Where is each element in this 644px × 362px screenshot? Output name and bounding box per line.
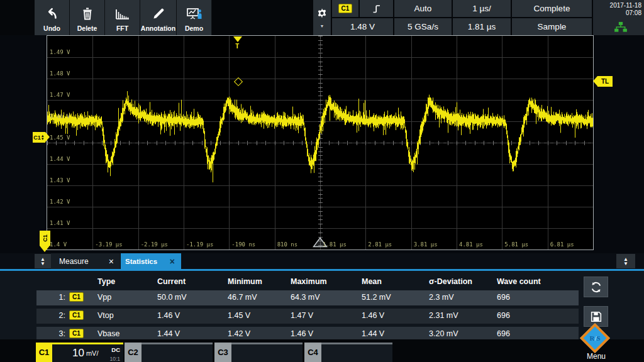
channel-badge: C1 — [69, 329, 84, 338]
tab-measure-label: Measure — [51, 257, 89, 266]
tab-measure[interactable]: Measure × — [51, 253, 120, 269]
timebase-cell[interactable]: 1 µs/ — [453, 0, 511, 17]
channel4-settings-panel[interactable] — [321, 343, 392, 362]
tab-scroll-left-control[interactable]: ▲▼ — [35, 254, 51, 268]
acq-state-value: Complete — [534, 4, 570, 13]
down-arrow-icon: ▼ — [40, 261, 45, 266]
trigger-source-badge: C1 — [338, 4, 353, 13]
chevron-down-icon: ▼ — [320, 24, 325, 28]
acq-mode-cell[interactable]: Sample — [512, 18, 592, 35]
table-cell: 46.7 mV — [228, 293, 257, 302]
channel1-badge-label: C1 — [39, 348, 50, 357]
rs-logo-letters: R/S — [587, 330, 603, 346]
gear-icon — [316, 8, 328, 19]
table-cell: 2.31 mV — [429, 311, 458, 320]
plot-area[interactable]: T 1.49 V1.48 V1.47 V1.46 V1.45 V1.44 V1.… — [47, 36, 593, 250]
channel1-offset-marker[interactable]: C1▲▼ — [33, 132, 45, 143]
date-value: 2017-11-18 — [593, 2, 644, 9]
undo-icon — [44, 3, 60, 25]
trigger-level-tag-tip — [593, 76, 597, 86]
delete-button[interactable]: Delete — [70, 0, 105, 35]
top-bar: Undo Delete FFT Annotation — [0, 0, 644, 35]
trigger-level-tag[interactable]: TL — [597, 76, 613, 87]
waveform-canvas[interactable] — [47, 36, 593, 250]
channel-badge: C1 — [69, 310, 84, 320]
menu-button[interactable]: Menu — [580, 352, 613, 361]
channel1-scale-value: 10 — [72, 347, 84, 359]
table-cell: 1.47 V — [291, 311, 313, 320]
channel1-button[interactable]: C1 — [36, 343, 52, 362]
save-icon — [589, 310, 603, 324]
table-cell: 1.46 V — [291, 329, 313, 338]
delete-label: Delete — [77, 25, 97, 35]
timebase-value: 1 µs/ — [472, 4, 491, 13]
annotation-button[interactable]: Annotation — [140, 0, 177, 35]
tab-statistics-label: Statistics — [121, 258, 157, 265]
sample-rate-value: 5 GSa/s — [408, 22, 438, 31]
channel1-ground-marker-tip — [40, 246, 50, 252]
table-cell: 696 — [497, 329, 510, 338]
channel2-button[interactable]: C2 — [125, 343, 142, 362]
table-cell: 51.2 mV — [362, 293, 391, 302]
channel-bar: C1 10 mV/ DC10:1 C2 C3 C4 — [0, 339, 644, 362]
table-cell: 3.20 mV — [429, 329, 458, 338]
table-cell: 696 — [497, 293, 510, 302]
channel1-scale-unit: mV/ — [86, 349, 99, 357]
trigger-mode-value: Auto — [414, 4, 432, 13]
trigger-level-tag-label: TL — [601, 78, 609, 85]
horizontal-reference-marker-icon[interactable] — [313, 237, 328, 248]
table-row[interactable]: 1:C1Vpp50.0 mV46.7 mV64.3 mV51.2 mV2.3 m… — [36, 290, 579, 305]
horizontal-position-cell[interactable]: 1.81 µs — [453, 18, 511, 35]
table-cell: 1.44 V — [362, 329, 384, 338]
table-cell: 1.46 V — [157, 311, 180, 320]
channel4-button[interactable]: C4 — [304, 343, 321, 362]
trigger-source-cell[interactable]: C1 — [332, 0, 358, 17]
row-index: 2: — [53, 311, 65, 320]
channel4-badge-label: C4 — [308, 348, 318, 357]
demo-label: Demo — [185, 25, 203, 35]
trigger-level-cell[interactable]: 1.48 V — [332, 18, 393, 35]
down-arrow-icon: ▼ — [623, 261, 628, 266]
settings-button[interactable]: ▼ — [313, 0, 331, 35]
trigger-time-marker-icon[interactable] — [233, 36, 242, 42]
oscilloscope-screen: Undo Delete FFT Annotation — [0, 0, 644, 362]
tab-scroll-right-control[interactable]: ▲▼ — [616, 254, 635, 268]
tab-statistics[interactable]: Statistics × — [121, 253, 181, 269]
table-cell: 1.42 V — [228, 329, 250, 338]
trigger-level-value: 1.48 V — [350, 22, 375, 31]
channel3-button[interactable]: C3 — [214, 343, 231, 362]
channel1-settings-panel[interactable]: 10 mV/ DC10:1 — [52, 343, 123, 362]
trigger-slope-cell[interactable] — [360, 0, 393, 17]
demo-button[interactable]: Demo — [177, 0, 212, 35]
channel1-ground-label: C1 — [42, 234, 48, 242]
table-row[interactable]: 2:C1Vtop1.46 V1.45 V1.47 V1.46 V2.31 mV6… — [36, 309, 579, 324]
fft-button[interactable]: FFT — [105, 0, 140, 35]
table-cell: 1.44 V — [157, 329, 180, 338]
channel3-badge-label: C3 — [218, 348, 228, 357]
column-header: Wave count — [497, 277, 541, 286]
time-value: 07:08 — [593, 9, 644, 17]
sample-rate-cell[interactable]: 5 GSa/s — [394, 18, 452, 35]
acq-state-cell[interactable]: Complete — [512, 0, 592, 17]
table-cell: 1.45 V — [228, 311, 250, 320]
column-header: Current — [157, 277, 186, 286]
reset-statistics-button[interactable] — [584, 277, 608, 297]
rising-edge-icon — [372, 3, 382, 14]
column-header: Mean — [362, 277, 382, 286]
table-cell: 64.3 mV — [291, 293, 320, 302]
menu-label: Menu — [587, 352, 606, 361]
channel1-offset-marker-tip — [45, 132, 50, 142]
tab-measure-close-icon[interactable]: × — [103, 256, 120, 266]
datetime-display: 2017-11-18 07:08 — [593, 0, 644, 35]
channel2-settings-panel[interactable] — [142, 343, 213, 362]
tab-statistics-close-icon[interactable]: × — [164, 256, 181, 266]
refresh-icon — [589, 280, 603, 294]
pencil-icon — [150, 3, 167, 25]
channel1-ground-marker[interactable]: C1 — [40, 231, 50, 246]
trigger-mode-cell[interactable]: Auto — [394, 0, 452, 17]
channel3-settings-panel[interactable] — [231, 343, 303, 362]
channel1-probe-ratio: 10:1 — [109, 356, 120, 362]
undo-button[interactable]: Undo — [35, 0, 70, 35]
table-cell: Vbase — [97, 329, 119, 338]
column-header: Type — [97, 277, 115, 286]
